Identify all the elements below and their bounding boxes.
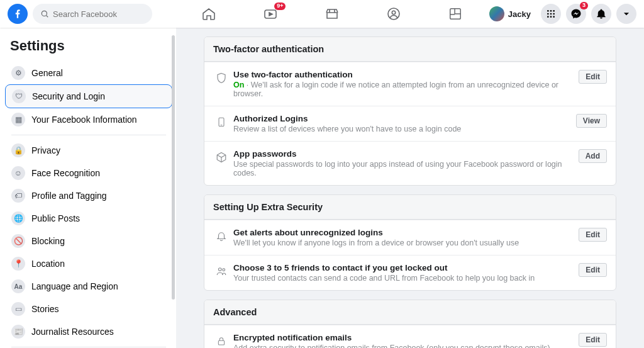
- svg-point-6: [547, 10, 549, 12]
- nav-groups-icon[interactable]: [385, 5, 402, 23]
- edit-button[interactable]: Edit: [579, 333, 607, 347]
- nav-home-icon[interactable]: [200, 5, 218, 23]
- svg-point-7: [550, 10, 552, 12]
- row-title: Choose 3 to 5 friends to contact if you …: [233, 263, 572, 272]
- messenger-icon: [570, 8, 582, 20]
- settings-title: Settings: [5, 35, 172, 62]
- svg-rect-19: [218, 340, 224, 345]
- sidebar-item-fbinfo[interactable]: ▦ Your Facebook Information: [5, 108, 172, 131]
- menu-grid-button[interactable]: [541, 4, 561, 24]
- sidebar-item-publicposts[interactable]: 🌐 Public Posts: [5, 207, 172, 230]
- gear-icon: ⚙: [11, 66, 25, 80]
- profile-chip[interactable]: Jacky: [487, 4, 536, 23]
- page-body: Settings ⚙ General 🛡 Security and Login …: [0, 28, 644, 348]
- search-input[interactable]: [53, 9, 141, 19]
- shield-icon: 🛡: [12, 89, 26, 103]
- facebook-logo[interactable]: [8, 4, 28, 24]
- sidebar-item-privacy[interactable]: 🔒 Privacy: [5, 139, 172, 162]
- row-trusted-friends[interactable]: Choose 3 to 5 friends to contact if you …: [204, 255, 616, 290]
- journalist-icon: 📰: [11, 325, 25, 339]
- sidebar-separator: [11, 135, 166, 135]
- row-desc: Review a list of devices where you won't…: [233, 125, 570, 133]
- sidebar-item-label: Language and Region: [31, 281, 118, 291]
- stories-icon: ▭: [11, 302, 25, 316]
- status-on: On: [233, 81, 244, 89]
- nav-gaming-icon[interactable]: [447, 5, 464, 23]
- sidebar-item-label: Profile and Tagging: [31, 191, 107, 201]
- bell-outline-icon: [213, 229, 230, 243]
- sidebar-item-label: Journalist Resources: [31, 327, 114, 337]
- settings-sidebar: Settings ⚙ General 🛡 Security and Login …: [0, 28, 176, 348]
- sidebar-item-location[interactable]: 📍 Location: [5, 252, 172, 275]
- tag-icon: 🏷: [11, 189, 25, 203]
- face-icon: ☺: [11, 166, 25, 180]
- svg-point-12: [547, 16, 549, 18]
- sidebar-item-journalist[interactable]: 📰 Journalist Resources: [5, 320, 172, 343]
- profile-name: Jacky: [508, 9, 531, 19]
- edit-button[interactable]: Edit: [579, 263, 607, 277]
- language-icon: Aa: [11, 279, 25, 293]
- section-two-factor: Two-factor authentication Use two-factor…: [204, 36, 616, 186]
- sidebar-item-language[interactable]: Aa Language and Region: [5, 275, 172, 298]
- nav-marketplace-icon[interactable]: [323, 5, 341, 23]
- box-icon: [213, 150, 230, 164]
- sidebar-item-label: Public Posts: [31, 213, 80, 223]
- svg-point-18: [223, 269, 225, 271]
- section-header: Setting Up Extra Security: [204, 195, 616, 220]
- sidebar-item-label: Stories: [31, 304, 59, 314]
- row-alerts[interactable]: Get alerts about unrecognized logins We'…: [204, 220, 616, 255]
- row-desc: Use special passwords to log into your a…: [233, 160, 572, 177]
- row-desc: Your trusted contacts can send a code an…: [233, 274, 572, 283]
- sidebar-item-profiletag[interactable]: 🏷 Profile and Tagging: [5, 184, 172, 207]
- search-icon: [40, 9, 49, 18]
- grid-icon: [546, 9, 556, 19]
- sidebar-item-label: Face Recognition: [31, 168, 100, 178]
- row-encrypted-emails[interactable]: Encrypted notification emails Add extra …: [204, 325, 616, 348]
- svg-point-4: [392, 11, 396, 14]
- svg-point-0: [42, 11, 47, 16]
- svg-line-1: [47, 16, 48, 18]
- row-app-passwords[interactable]: App passwords Use special passwords to l…: [204, 141, 616, 185]
- account-dropdown-button[interactable]: [616, 4, 636, 24]
- row-desc: We'll let you know if anyone logs in fro…: [233, 239, 572, 247]
- lock-icon: 🔒: [11, 143, 25, 157]
- sidebar-item-label: Security and Login: [32, 91, 105, 101]
- nav-watch-icon[interactable]: 9+: [262, 5, 279, 23]
- sidebar-scrollbar[interactable]: [172, 35, 175, 300]
- edit-button[interactable]: Edit: [579, 70, 607, 84]
- messenger-badge: 3: [580, 2, 588, 9]
- friends-icon: [213, 264, 230, 278]
- messenger-button[interactable]: 3: [566, 4, 586, 24]
- row-use-2fa[interactable]: Use two-factor authentication On · We'll…: [204, 62, 616, 106]
- sidebar-item-general[interactable]: ⚙ General: [5, 62, 172, 84]
- sidebar-item-label: General: [31, 68, 63, 78]
- svg-point-13: [550, 16, 552, 18]
- block-icon: 🚫: [11, 234, 25, 248]
- row-desc: On · We'll ask for a login code if we no…: [233, 81, 572, 98]
- notifications-button[interactable]: [591, 4, 611, 24]
- view-button[interactable]: View: [576, 114, 607, 128]
- svg-point-11: [553, 13, 555, 15]
- svg-point-10: [550, 13, 552, 15]
- bell-icon: [596, 8, 607, 20]
- sidebar-item-blocking[interactable]: 🚫 Blocking: [5, 230, 172, 252]
- sidebar-item-label: Location: [31, 259, 65, 269]
- chevron-down-icon: [622, 9, 631, 18]
- sidebar-item-stories[interactable]: ▭ Stories: [5, 298, 172, 320]
- add-button[interactable]: Add: [579, 149, 607, 163]
- row-title: Authorized Logins: [233, 114, 570, 123]
- row-authorized-logins[interactable]: Authorized Logins Review a list of devic…: [204, 106, 616, 141]
- search-box[interactable]: [33, 4, 152, 24]
- row-title: Get alerts about unrecognized logins: [233, 228, 572, 237]
- device-icon: [213, 115, 230, 129]
- globe-icon: 🌐: [11, 211, 25, 225]
- sidebar-item-facerec[interactable]: ☺ Face Recognition: [5, 162, 172, 184]
- edit-button[interactable]: Edit: [579, 228, 607, 242]
- sidebar-item-label: Blocking: [31, 236, 65, 246]
- right-controls: Jacky 3: [487, 4, 636, 24]
- center-nav: 9+: [177, 5, 487, 23]
- sidebar-item-security[interactable]: 🛡 Security and Login: [5, 84, 172, 108]
- sidebar-item-label: Privacy: [31, 145, 60, 155]
- info-icon: ▦: [11, 113, 25, 126]
- svg-point-8: [553, 10, 555, 12]
